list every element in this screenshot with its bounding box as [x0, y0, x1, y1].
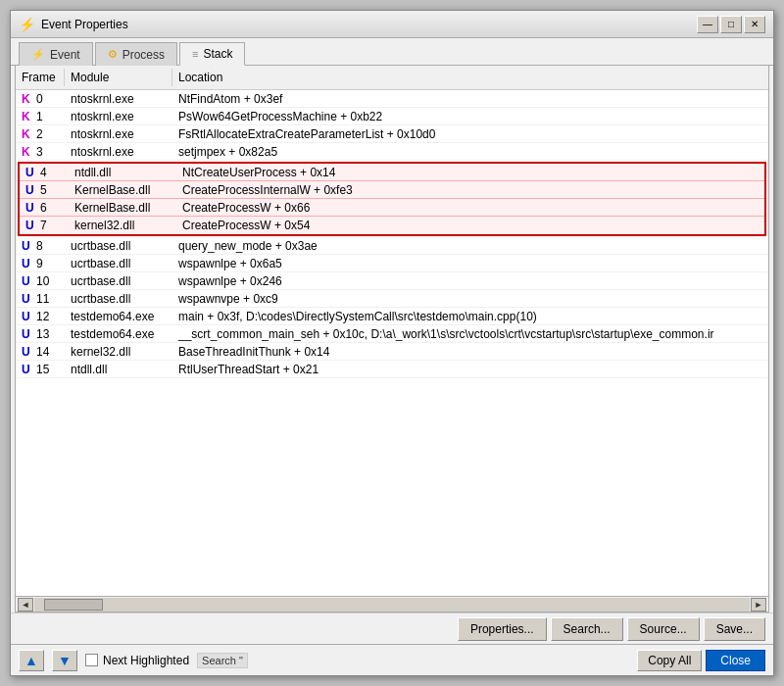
module-cell: KernelBase.dll — [69, 199, 176, 216]
frame-cell: U 15 — [16, 361, 65, 377]
location-cell: PsWow64GetProcessMachine + 0xb22 — [172, 108, 768, 124]
content-area: Frame Module Location K 0 ntoskrnl.exe N… — [15, 66, 769, 612]
maximize-button[interactable]: □ — [720, 16, 742, 33]
bottom-toolbar: Properties... Search... Source... Save..… — [11, 612, 773, 644]
tab-process[interactable]: ⚙ Process — [95, 42, 177, 66]
location-cell: __scrt_common_main_seh + 0x10c, D:\a\_wo… — [172, 325, 768, 342]
frame-letter: U — [22, 345, 33, 359]
table-body[interactable]: K 0 ntoskrnl.exe NtFindAtom + 0x3ef K 1 … — [16, 90, 768, 596]
properties-button[interactable]: Properties... — [458, 617, 547, 641]
frame-letter: U — [25, 183, 37, 197]
highlighted-group: U 4 ntdll.dll NtCreateUserProcess + 0x14… — [18, 162, 766, 236]
event-tab-icon: ⚡ — [31, 48, 45, 61]
table-row[interactable]: U 15 ntdll.dll RtlUserThreadStart + 0x21 — [16, 361, 768, 378]
close-button[interactable]: Close — [706, 650, 765, 671]
prev-button[interactable]: ▲ — [19, 650, 44, 671]
location-cell: CreateProcessInternalW + 0xfe3 — [176, 181, 764, 198]
frame-cell: U 6 — [20, 199, 69, 216]
frame-cell: U 5 — [20, 181, 69, 198]
frame-letter: U — [25, 219, 37, 232]
table-row[interactable]: U 5 KernelBase.dll CreateProcessInternal… — [20, 181, 764, 199]
frame-number: 14 — [36, 345, 49, 359]
frame-letter: K — [22, 110, 33, 123]
frame-letter: U — [22, 274, 33, 288]
process-tab-icon: ⚙ — [108, 48, 118, 61]
frame-number: 10 — [36, 274, 49, 288]
search-button[interactable]: Search... — [551, 617, 623, 641]
frame-letter: U — [22, 239, 33, 253]
next-highlighted-label: Next Highlighted — [103, 654, 189, 667]
table-row[interactable]: U 11 ucrtbase.dll wspawnvpe + 0xc9 — [16, 290, 768, 308]
location-cell: RtlUserThreadStart + 0x21 — [172, 361, 768, 377]
tabs-bar: ⚡ Event ⚙ Process ≡ Stack — [11, 38, 773, 66]
copy-all-button[interactable]: Copy All — [637, 650, 702, 671]
tab-process-label: Process — [122, 48, 165, 62]
module-cell: ucrtbase.dll — [65, 255, 172, 271]
table-row[interactable]: U 13 testdemo64.exe __scrt_common_main_s… — [16, 325, 768, 343]
tab-stack-label: Stack — [203, 47, 232, 61]
save-button[interactable]: Save... — [704, 617, 765, 641]
minimize-button[interactable]: — — [697, 16, 718, 33]
location-cell: CreateProcessW + 0x54 — [176, 217, 764, 233]
frame-number: 13 — [36, 327, 49, 341]
frame-cell: U 9 — [16, 255, 65, 271]
window-title: Event Properties — [41, 18, 697, 31]
frame-cell: K 3 — [16, 143, 65, 160]
frame-number: 1 — [36, 110, 43, 123]
table-row[interactable]: U 8 ucrtbase.dll query_new_mode + 0x3ae — [16, 237, 768, 255]
module-cell: testdemo64.exe — [65, 325, 172, 342]
title-bar: ⚡ Event Properties — □ ✕ — [11, 11, 773, 38]
table-row[interactable]: U 14 kernel32.dll BaseThreadInitThunk + … — [16, 343, 768, 361]
frame-letter: U — [25, 201, 37, 215]
title-bar-buttons: — □ ✕ — [697, 16, 765, 33]
table-row[interactable]: K 0 ntoskrnl.exe NtFindAtom + 0x3ef — [16, 90, 768, 108]
status-bar: ▲ ▼ Next Highlighted Search " Copy All C… — [11, 644, 773, 675]
frame-number: 5 — [40, 183, 47, 197]
module-cell: ntoskrnl.exe — [65, 108, 172, 124]
frame-number: 7 — [40, 219, 47, 232]
frame-letter: U — [22, 292, 33, 306]
tab-stack[interactable]: ≡ Stack — [179, 42, 245, 66]
table-row[interactable]: U 7 kernel32.dll CreateProcessW + 0x54 — [20, 217, 764, 234]
frame-cell: K 1 — [16, 108, 65, 124]
next-highlighted-checkbox[interactable] — [85, 654, 98, 666]
location-cell: wspawnlpe + 0x6a5 — [172, 255, 768, 271]
frame-letter: K — [22, 127, 33, 141]
table-row[interactable]: U 4 ntdll.dll NtCreateUserProcess + 0x14 — [20, 164, 764, 181]
frame-letter: K — [22, 145, 33, 159]
frame-cell: U 12 — [16, 308, 65, 324]
status-right: Copy All Close — [637, 650, 765, 671]
frame-letter: U — [22, 257, 33, 270]
table-row[interactable]: K 1 ntoskrnl.exe PsWow64GetProcessMachin… — [16, 108, 768, 125]
frame-number: 11 — [36, 292, 49, 306]
frame-cell: U 8 — [16, 237, 65, 254]
frame-number: 6 — [40, 201, 47, 215]
frame-letter: U — [22, 310, 33, 323]
table-row[interactable]: U 9 ucrtbase.dll wspawnlpe + 0x6a5 — [16, 255, 768, 272]
location-cell: NtCreateUserProcess + 0x14 — [176, 164, 764, 180]
module-cell: ntdll.dll — [69, 164, 176, 180]
table-row[interactable]: U 12 testdemo64.exe main + 0x3f, D:\code… — [16, 308, 768, 325]
scroll-left-button[interactable]: ◄ — [18, 598, 33, 612]
module-cell: ucrtbase.dll — [65, 272, 172, 289]
table-row[interactable]: U 10 ucrtbase.dll wspawnlpe + 0x246 — [16, 272, 768, 290]
frame-number: 2 — [36, 127, 43, 141]
horizontal-scrollbar[interactable]: ◄ ► — [16, 596, 768, 612]
location-cell: FsRtlAllocateExtraCreateParameterList + … — [172, 125, 768, 142]
frame-number: 12 — [36, 310, 49, 323]
location-cell: NtFindAtom + 0x3ef — [172, 90, 768, 107]
scroll-track[interactable] — [34, 598, 750, 612]
next-button[interactable]: ▼ — [52, 650, 77, 671]
close-window-button[interactable]: ✕ — [744, 16, 765, 33]
module-cell: ntoskrnl.exe — [65, 90, 172, 107]
table-row[interactable]: U 6 KernelBase.dll CreateProcessW + 0x66 — [20, 199, 764, 217]
location-cell: main + 0x3f, D:\codes\DirectlySystemCall… — [172, 308, 768, 324]
module-cell: kernel32.dll — [65, 343, 172, 360]
source-button[interactable]: Source... — [627, 617, 700, 641]
module-cell: KernelBase.dll — [69, 181, 176, 198]
table-row[interactable]: K 2 ntoskrnl.exe FsRtlAllocateExtraCreat… — [16, 125, 768, 143]
tab-event[interactable]: ⚡ Event — [19, 42, 93, 66]
table-row[interactable]: K 3 ntoskrnl.exe setjmpex + 0x82a5 — [16, 143, 768, 161]
scroll-thumb[interactable] — [44, 599, 103, 611]
scroll-right-button[interactable]: ► — [751, 598, 766, 612]
